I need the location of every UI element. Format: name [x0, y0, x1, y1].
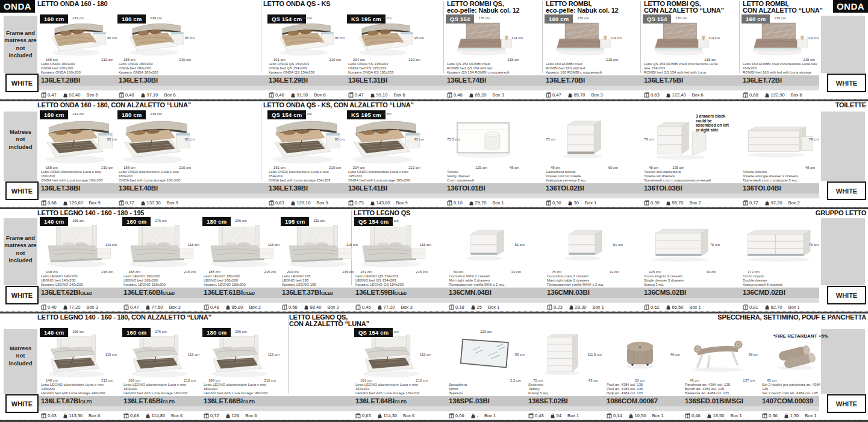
- dimension-label: 188 cm: [208, 270, 220, 274]
- product-cell[interactable]: 51 cm60 cm43 cmComodino MINI 2 cassetti …: [449, 217, 523, 312]
- box-count: Box 2: [788, 200, 799, 206]
- product-image: 239 cm95 cm188 cm210 cm: [119, 112, 193, 170]
- product-code: 136LET.39BI: [269, 183, 343, 194]
- dimension-label: 161 cm: [273, 58, 286, 61]
- product-spec-row: 0,4777,60Box 3: [123, 303, 198, 312]
- finish-white-label-left[interactable]: WHITE: [5, 286, 39, 304]
- dimension-label: 43 cm: [610, 270, 619, 274]
- weight-kg-pair: 66,50: [666, 304, 684, 310]
- dimension-label: 50 cm: [635, 379, 645, 382]
- box-count: Box 1: [488, 304, 499, 310]
- dimension-label: 125 cm: [475, 166, 487, 169]
- product-cell[interactable]: QS 154176 cm114 cm215 cmLetto QS 154 ROM…: [447, 14, 522, 99]
- dimension-label: 219 cm: [300, 112, 312, 116]
- box-count: Box 1: [484, 413, 496, 418]
- product-cell[interactable]: 120 cm90 cm2,2 cmSpecchiera Mirror Зерка…: [449, 328, 523, 420]
- product-cell[interactable]: 79 cm48 cm135 cm3 drawers block could be…: [644, 110, 719, 207]
- dimension-label: 135 cm: [672, 166, 684, 169]
- product-description: Letto LEGNO c/contenitore Luna e rete 14…: [41, 383, 116, 396]
- volume-icon: [743, 200, 748, 206]
- product-description: Toilette Vanity dresser Стол туалетный: [447, 170, 522, 183]
- spec-value: 30: [574, 200, 579, 206]
- product-cell[interactable]: KS 195 cm255 cm95 cm204 cm210 cmLetto ON…: [348, 110, 423, 207]
- finish-white-label-left[interactable]: WHITE: [5, 181, 39, 200]
- weight-kg-icon: [225, 413, 231, 418]
- volume-pair: 0,68: [123, 413, 139, 418]
- product-cell[interactable]: 180 cm196 cm116 cm188 cm215 cmLetto LEGN…: [204, 328, 278, 420]
- spec-value: 129,10: [297, 200, 311, 206]
- bed-onda-illustration-icon: [119, 19, 193, 61]
- product-code: 136SPE.03BI: [449, 396, 523, 406]
- volume-icon: [762, 413, 767, 418]
- volume-pair: 0,63: [644, 92, 660, 98]
- product-cell[interactable]: 160 cm219 cm95 cm168 cm210 cmLetto ONDA …: [41, 110, 116, 207]
- product-description: Letto QS 154 ROMBI c/led ROMBI bed QS 15…: [447, 62, 522, 75]
- finish-white-label-right[interactable]: WHITE: [827, 181, 866, 200]
- volume-pair: 0,39: [644, 200, 660, 206]
- finish-white-label-right[interactable]: WHITE: [827, 74, 866, 92]
- product-cell[interactable]: 160 cm176 cm116 cm168 cm215 cmLetto LEGN…: [123, 217, 198, 312]
- dimension-label: 156 cm: [72, 219, 84, 222]
- product-cell[interactable]: 140 cm156 cm116 cm148 cm215 cmLetto LEGN…: [41, 217, 116, 312]
- product-cell[interactable]: 75 cm135 cm40 cmComò singolo 3 cassetti …: [644, 217, 719, 312]
- spec-value: 0,18: [455, 304, 464, 310]
- dimension-label: 95 cm: [335, 137, 345, 141]
- product-cell[interactable]: 195 cm211 cm116 cm204 cm215 cmLetto LEGN…: [282, 217, 357, 312]
- product-description: Letto LEGNO c/contenitore Luna e rete 18…: [204, 383, 278, 396]
- side-panel-left: Frame and matress are not included: [4, 218, 37, 285]
- product-cell[interactable]: 75,5 cm125 cm48 cmToilette Vanity dresse…: [447, 110, 522, 207]
- weight-kg-pair: 85,20: [469, 92, 487, 98]
- weight-kg-pair: 122,90: [764, 92, 785, 98]
- product-spec-row: 0,361,30Box 1: [762, 411, 833, 420]
- spec-value: 77,60: [152, 304, 163, 310]
- product-cell[interactable]: 160 cm219 cm95 cm168 cm210 cmLetto ONDA …: [41, 14, 116, 99]
- product-cell[interactable]: 140 cm156 cm116 cm148 cm215 cmLetto LEGN…: [41, 328, 116, 420]
- product-code: 136CMD.02BI: [743, 288, 817, 298]
- weight-kg-icon: [628, 413, 634, 418]
- product-cell[interactable]: 75 cm48 cm60 cmCassettiera toilette Draw…: [546, 110, 620, 207]
- product-cell[interactable]: 180 cm239 cm95 cm188 cm210 cmLetto ONDA …: [119, 110, 193, 207]
- product-code: 136CMN.04BI: [449, 288, 523, 298]
- product-cell[interactable]: 75 cm173 cmComò doppio Double dresser Ко…: [743, 217, 817, 312]
- product-cell[interactable]: 79 cm48 cmToilette c/comò Toilette w/sin…: [743, 110, 817, 207]
- dimension-label: 196 cm: [235, 330, 247, 333]
- dimension-label: 215 cm: [184, 270, 196, 274]
- product-cell[interactable]: 51 cm75 cm43 cmComodino maxi 2 cassetti …: [547, 217, 622, 312]
- product-code: 136LET.30BI: [119, 75, 193, 86]
- product-cell[interactable]: 68 cm43 cm137 cmPanchetta art. 4384 col.…: [685, 328, 757, 420]
- finish-white-label-left[interactable]: WHITE: [5, 394, 39, 413]
- product-cell[interactable]: QS 154 cm219 cm95 cm161 cm210 cmLetto ON…: [269, 110, 343, 207]
- dimension-label: 46 cm: [670, 353, 680, 356]
- product-spec-row: 0,2328,30Box 1: [547, 303, 622, 312]
- dimension-label: 168 cm: [128, 379, 140, 382]
- product-cell[interactable]: QS 154 cm176 cm116 cm161 cm215 cmLetto L…: [355, 217, 430, 312]
- bed-onda-luna-illustration-icon: [348, 115, 423, 169]
- product-code-suffix: C/LED: [243, 291, 255, 295]
- volume-pair: 0,30: [546, 200, 561, 206]
- spec-value: 55,70: [672, 200, 684, 206]
- row-titlebar: LETTO LEGNO 140 - 160 - 180 - 195LETTO L…: [0, 209, 868, 217]
- product-description: Letto 160 ROMBI c/led ROMBI bed 160 with…: [546, 62, 620, 75]
- product-image: 211 cm116 cm204 cm215 cm: [282, 218, 357, 274]
- finish-white-label-right[interactable]: WHITE: [827, 286, 866, 304]
- weight-kg-icon: [304, 304, 309, 310]
- spec-value: 0,48: [125, 92, 134, 98]
- volume-icon: [644, 92, 649, 98]
- product-cell[interactable]: 180 cm196 cm116 cm188 cm215 cmLetto LEGN…: [204, 217, 278, 312]
- product-cell[interactable]: 46 cm50 cmPouf art. 4384 col. 135 Pouf a…: [607, 328, 679, 420]
- product-cell[interactable]: QS 154 cm219 cm95 cm161 cm210 cmLetto ON…: [269, 14, 343, 99]
- product-cell[interactable]: 160 cm176 cm114 cm215 cmLetto 160 ROMBI …: [743, 14, 817, 99]
- spec-value: 0,47: [355, 92, 364, 98]
- product-cell[interactable]: 111,5 cm75 cm43 cmSettimino Tallboy Комо…: [528, 328, 601, 420]
- product-cell[interactable]: 160 cm176 cm114 cm215 cmLetto 160 ROMBI …: [546, 14, 620, 99]
- volume-pair: 0,48: [204, 304, 219, 310]
- dimension-label: 168 cm: [128, 270, 140, 274]
- product-spec-row: 0,72137,30Box 9: [119, 198, 193, 207]
- product-cell[interactable]: QS 154176 cm114 cm215 cmLetto QS 154 ROM…: [644, 14, 719, 99]
- finish-white-label-left[interactable]: WHITE: [5, 74, 39, 92]
- product-cell[interactable]: QS 154 cm176 cm116 cm161 cm215 cmLetto L…: [355, 328, 430, 420]
- product-cell[interactable]: 180 cm239 cm95 cm188 cm210 cmLetto ONDA …: [119, 14, 193, 99]
- product-cell[interactable]: 160 cm176 cm116 cm168 cm215 cmLetto LEGN…: [123, 328, 198, 420]
- finish-white-label-right[interactable]: WHITE: [827, 394, 866, 413]
- product-cell[interactable]: KS 195 cm255 cm95 cm204 cm210 cmLetto ON…: [348, 14, 423, 99]
